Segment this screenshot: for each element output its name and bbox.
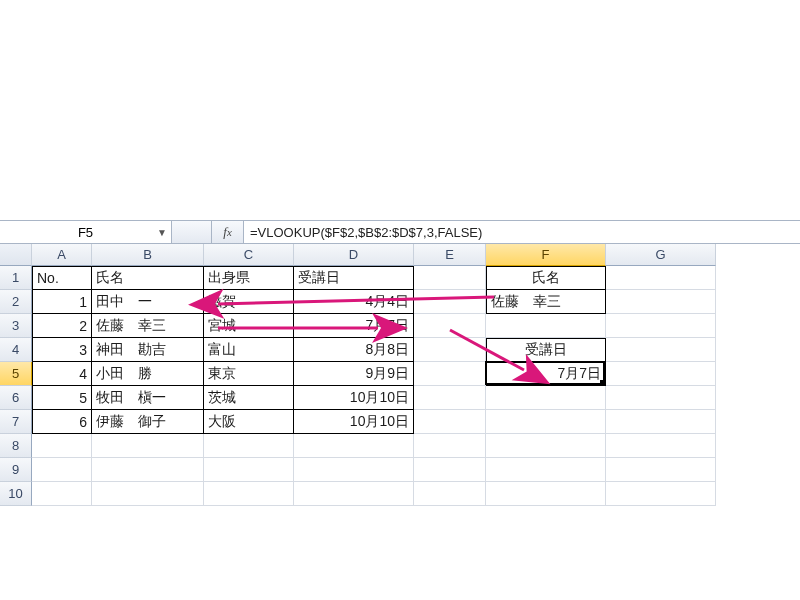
row-header[interactable]: 9 bbox=[0, 458, 32, 482]
spreadsheet-grid[interactable]: A B C D E F G 1 No. 氏名 出身県 受講日 氏名 2 1 田中… bbox=[0, 244, 800, 506]
cell[interactable] bbox=[204, 458, 294, 482]
cell[interactable]: 茨城 bbox=[204, 386, 294, 410]
blank-area bbox=[0, 0, 800, 220]
cell[interactable] bbox=[294, 458, 414, 482]
formula-bar: F5 ▼ fx =VLOOKUP($F$2,$B$2:$D$7,3,FALSE) bbox=[0, 220, 800, 244]
row-header[interactable]: 2 bbox=[0, 290, 32, 314]
cell[interactable]: 滋賀 bbox=[204, 290, 294, 314]
cell[interactable]: 伊藤 御子 bbox=[92, 410, 204, 434]
formula-input[interactable]: =VLOOKUP($F$2,$B$2:$D$7,3,FALSE) bbox=[244, 221, 800, 243]
row-header[interactable]: 10 bbox=[0, 482, 32, 506]
cell[interactable] bbox=[204, 482, 294, 506]
cell[interactable]: 受講日 bbox=[486, 338, 606, 362]
cell[interactable] bbox=[606, 410, 716, 434]
cell[interactable] bbox=[92, 434, 204, 458]
cell[interactable] bbox=[606, 458, 716, 482]
cell[interactable]: 佐藤 幸三 bbox=[92, 314, 204, 338]
name-box-value: F5 bbox=[78, 225, 93, 240]
cell[interactable] bbox=[606, 386, 716, 410]
cell-active[interactable]: 7月7日 bbox=[486, 362, 606, 386]
cell[interactable]: 神田 勘吉 bbox=[92, 338, 204, 362]
cell[interactable]: 大阪 bbox=[204, 410, 294, 434]
cell[interactable]: 9月9日 bbox=[294, 362, 414, 386]
cell[interactable] bbox=[486, 314, 606, 338]
col-header-F[interactable]: F bbox=[486, 244, 606, 266]
col-header-D[interactable]: D bbox=[294, 244, 414, 266]
cell[interactable] bbox=[486, 386, 606, 410]
cell[interactable]: 8月8日 bbox=[294, 338, 414, 362]
cell[interactable]: 5 bbox=[32, 386, 92, 410]
cell[interactable] bbox=[486, 410, 606, 434]
row-header[interactable]: 6 bbox=[0, 386, 32, 410]
cell[interactable] bbox=[92, 458, 204, 482]
cell[interactable] bbox=[414, 458, 486, 482]
bar-gap bbox=[172, 221, 212, 243]
cell[interactable] bbox=[486, 458, 606, 482]
cell[interactable] bbox=[92, 482, 204, 506]
cell[interactable] bbox=[294, 434, 414, 458]
cell[interactable]: 受講日 bbox=[294, 266, 414, 290]
row-header[interactable]: 4 bbox=[0, 338, 32, 362]
name-box[interactable]: F5 ▼ bbox=[0, 221, 172, 243]
cell[interactable] bbox=[414, 362, 486, 386]
cell[interactable] bbox=[414, 314, 486, 338]
cell[interactable]: 田中 一 bbox=[92, 290, 204, 314]
cell[interactable]: 氏名 bbox=[486, 266, 606, 290]
chevron-down-icon[interactable]: ▼ bbox=[157, 227, 167, 238]
cell[interactable]: 富山 bbox=[204, 338, 294, 362]
fx-icon[interactable]: fx bbox=[212, 221, 244, 243]
select-all-corner[interactable] bbox=[0, 244, 32, 266]
cell[interactable] bbox=[414, 434, 486, 458]
cell[interactable] bbox=[414, 482, 486, 506]
row-header[interactable]: 5 bbox=[0, 362, 32, 386]
cell[interactable] bbox=[606, 434, 716, 458]
row-header[interactable]: 7 bbox=[0, 410, 32, 434]
row-header[interactable]: 1 bbox=[0, 266, 32, 290]
cell[interactable]: 4 bbox=[32, 362, 92, 386]
cell[interactable] bbox=[606, 362, 716, 386]
cell[interactable] bbox=[486, 434, 606, 458]
cell[interactable]: 10月10日 bbox=[294, 386, 414, 410]
row-header[interactable]: 3 bbox=[0, 314, 32, 338]
formula-text: =VLOOKUP($F$2,$B$2:$D$7,3,FALSE) bbox=[250, 225, 482, 240]
col-header-E[interactable]: E bbox=[414, 244, 486, 266]
cell[interactable]: 10月10日 bbox=[294, 410, 414, 434]
cell[interactable] bbox=[486, 482, 606, 506]
cell[interactable]: 出身県 bbox=[204, 266, 294, 290]
cell[interactable] bbox=[606, 266, 716, 290]
col-header-B[interactable]: B bbox=[92, 244, 204, 266]
cell[interactable] bbox=[606, 338, 716, 362]
cell[interactable]: 東京 bbox=[204, 362, 294, 386]
col-header-G[interactable]: G bbox=[606, 244, 716, 266]
cell[interactable]: 宮城 bbox=[204, 314, 294, 338]
cell[interactable] bbox=[414, 386, 486, 410]
col-header-A[interactable]: A bbox=[32, 244, 92, 266]
cell[interactable] bbox=[32, 482, 92, 506]
cell[interactable] bbox=[414, 410, 486, 434]
cell[interactable] bbox=[32, 434, 92, 458]
cell[interactable]: 氏名 bbox=[92, 266, 204, 290]
cell[interactable]: No. bbox=[32, 266, 92, 290]
cell[interactable] bbox=[414, 290, 486, 314]
cell[interactable]: 6 bbox=[32, 410, 92, 434]
col-header-C[interactable]: C bbox=[204, 244, 294, 266]
cell[interactable] bbox=[606, 290, 716, 314]
cell[interactable]: 3 bbox=[32, 338, 92, 362]
cell[interactable] bbox=[414, 266, 486, 290]
cell[interactable] bbox=[204, 434, 294, 458]
cell[interactable]: 7月7日 bbox=[294, 314, 414, 338]
cell[interactable]: 2 bbox=[32, 314, 92, 338]
row-header[interactable]: 8 bbox=[0, 434, 32, 458]
cell[interactable] bbox=[606, 482, 716, 506]
cell[interactable]: 4月4日 bbox=[294, 290, 414, 314]
cell[interactable]: 牧田 槇一 bbox=[92, 386, 204, 410]
cell[interactable] bbox=[294, 482, 414, 506]
cell[interactable] bbox=[606, 314, 716, 338]
cell[interactable]: 1 bbox=[32, 290, 92, 314]
cell[interactable]: 小田 勝 bbox=[92, 362, 204, 386]
cell[interactable]: 佐藤 幸三 bbox=[486, 290, 606, 314]
cell[interactable] bbox=[414, 338, 486, 362]
cell[interactable] bbox=[32, 458, 92, 482]
